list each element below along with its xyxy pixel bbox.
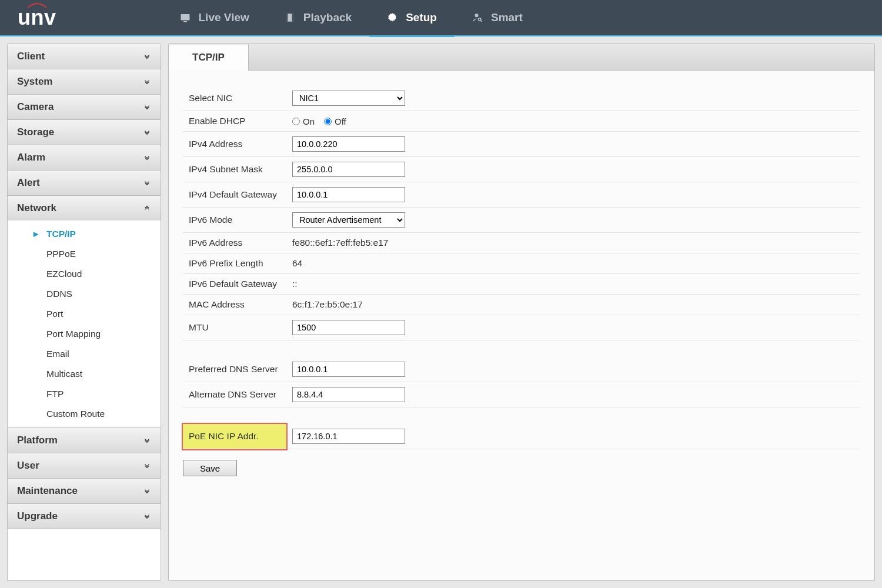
ipv4-gateway-label: IPv4 Default Gateway (183, 182, 286, 208)
sidebar-panel-storage[interactable]: Storage (8, 120, 161, 145)
radio-label: Off (335, 116, 346, 126)
ipv4-address-label: IPv4 Address (183, 132, 286, 157)
ipv6-address-label: IPv6 Address (183, 233, 286, 253)
ipv4-address-input[interactable] (292, 136, 405, 152)
pref-dns-input[interactable] (292, 362, 405, 377)
sidebar-item-ezcloud[interactable]: EZCloud (8, 264, 161, 284)
person-search-icon (472, 12, 483, 23)
sidebar-item-pppoe[interactable]: PPPoE (8, 244, 161, 264)
sidebar-item-ftp[interactable]: FTP (8, 384, 161, 404)
dhcp-on-radio[interactable]: On (292, 116, 315, 126)
sidebar-item-port-mapping[interactable]: Port Mapping (8, 324, 161, 344)
top-nav: Live View Playback Setup Smart (162, 0, 540, 36)
svg-point-6 (475, 14, 478, 17)
svg-rect-1 (183, 21, 187, 22)
chevron-down-icon (143, 179, 151, 187)
pref-dns-label: Preferred DNS Server (183, 357, 286, 382)
save-button[interactable]: Save (183, 460, 237, 476)
sidebar-panel-maintenance[interactable]: Maintenance (8, 479, 161, 503)
nav-smart[interactable]: Smart (455, 0, 540, 36)
brand-logo-text: unv (18, 5, 56, 29)
film-icon (285, 12, 295, 23)
panel-label: Camera (17, 101, 54, 113)
sub-item-label: Custom Route (46, 409, 105, 419)
brand-logo: unv (18, 5, 56, 30)
content-area: TCP/IP Select NIC NIC1 Enable DHCP On Of… (168, 44, 875, 581)
select-nic-label: Select NIC (183, 86, 286, 111)
poe-nic-input[interactable] (292, 429, 405, 444)
sidebar-item-multicast[interactable]: Multicast (8, 364, 161, 384)
sidebar-item-ddns[interactable]: DDNS (8, 284, 161, 304)
sidebar-panel-alarm[interactable]: Alarm (8, 145, 161, 170)
chevron-down-icon (143, 153, 151, 162)
select-nic-dropdown[interactable]: NIC1 (292, 91, 405, 106)
sidebar-panel-system[interactable]: System (8, 69, 161, 94)
sub-item-label: Multicast (46, 369, 82, 379)
ipv4-mask-label: IPv4 Subnet Mask (183, 157, 286, 182)
ipv4-gateway-input[interactable] (292, 187, 405, 202)
panel-label: Upgrade (17, 510, 58, 522)
monitor-icon (180, 12, 191, 23)
sidebar-panel-alert[interactable]: Alert (8, 171, 161, 195)
dhcp-off-radio[interactable]: Off (324, 116, 346, 126)
sidebar-panel-client[interactable]: Client (8, 44, 161, 69)
ipv6-prefix-label: IPv6 Prefix Length (183, 253, 286, 274)
nav-setup[interactable]: Setup (369, 0, 455, 36)
nav-label: Smart (491, 11, 523, 24)
sub-item-label: Email (46, 349, 69, 359)
panel-label: System (17, 76, 52, 88)
sidebar-panel-camera[interactable]: Camera (8, 95, 161, 119)
nav-playback[interactable]: Playback (267, 0, 369, 36)
chevron-down-icon (143, 487, 151, 495)
panel-body-network: TCP/IP PPPoE EZCloud DDNS Port Port Mapp… (8, 220, 161, 427)
mtu-label: MTU (183, 315, 286, 340)
sidebar-item-email[interactable]: Email (8, 344, 161, 364)
sub-item-label: TCP/IP (46, 229, 76, 239)
nav-live-view[interactable]: Live View (162, 0, 267, 36)
svg-rect-3 (286, 14, 288, 22)
panel-label: Maintenance (17, 485, 78, 497)
sub-item-label: EZCloud (46, 269, 82, 279)
sidebar-panel-network[interactable]: Network (8, 196, 161, 220)
alt-dns-input[interactable] (292, 387, 405, 402)
svg-rect-4 (292, 14, 294, 22)
mtu-input[interactable] (292, 320, 405, 335)
chevron-down-icon (143, 512, 151, 520)
svg-line-8 (480, 21, 482, 22)
chevron-down-icon (143, 52, 151, 61)
panel-label: Network (17, 202, 56, 214)
sidebar-item-custom-route[interactable]: Custom Route (8, 404, 161, 424)
sidebar-panel-upgrade[interactable]: Upgrade (8, 504, 161, 529)
chevron-down-icon (143, 436, 151, 445)
chevron-down-icon (143, 78, 151, 86)
tab-tcpip[interactable]: TCP/IP (169, 45, 249, 71)
enable-dhcp-label: Enable DHCP (183, 111, 286, 132)
top-header: unv Live View Playback Setup Smart (0, 0, 882, 36)
gear-icon (387, 12, 397, 23)
svg-rect-0 (181, 14, 189, 21)
ipv6-mode-dropdown[interactable]: Router Advertisement (292, 212, 405, 228)
nav-label: Playback (303, 11, 352, 24)
panel-label: Client (17, 51, 45, 62)
ipv6-address-value: fe80::6ef1:7eff:feb5:e17 (292, 238, 388, 248)
ipv6-gateway-label: IPv6 Default Gateway (183, 274, 286, 295)
ipv6-mode-label: IPv6 Mode (183, 208, 286, 233)
ipv6-prefix-value: 64 (292, 258, 302, 268)
sidebar-item-port[interactable]: Port (8, 304, 161, 324)
sidebar-panel-user[interactable]: User (8, 453, 161, 478)
sub-item-label: Port Mapping (46, 329, 101, 339)
sidebar-item-tcpip[interactable]: TCP/IP (8, 224, 161, 244)
panel-label: Alert (17, 177, 40, 189)
panel-label: Alarm (17, 152, 45, 163)
radio-label: On (303, 116, 315, 126)
sub-item-label: Port (46, 309, 63, 319)
sidebar-panel-platform[interactable]: Platform (8, 428, 161, 453)
sidebar: Client System Camera Storage Alarm Alert… (7, 44, 161, 581)
sub-item-label: PPPoE (46, 249, 76, 259)
ipv6-gateway-value: :: (292, 279, 298, 289)
chevron-down-icon (143, 462, 151, 470)
mac-address-value: 6c:f1:7e:b5:0e:17 (292, 299, 363, 309)
ipv4-mask-input[interactable] (292, 162, 405, 177)
form-area: Select NIC NIC1 Enable DHCP On Off IPv4 … (169, 71, 874, 580)
sub-item-label: DDNS (46, 289, 72, 299)
